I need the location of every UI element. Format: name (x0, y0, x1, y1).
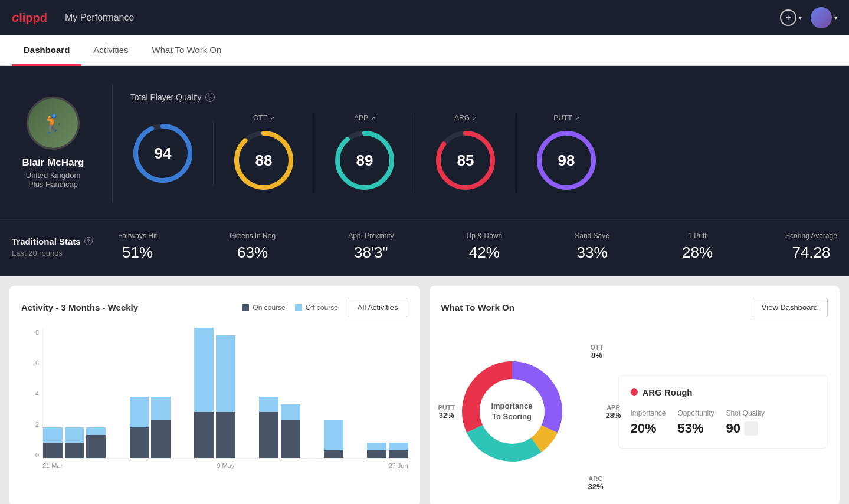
add-circle-icon: + (780, 9, 796, 26)
x-label-2: 9 May (217, 462, 234, 469)
logo: clippd (12, 10, 47, 25)
score-app: APP ↗ 89 (314, 114, 415, 193)
score-putt: PUTT ↗ 98 (516, 114, 617, 193)
bar-group-2 (65, 427, 84, 458)
gauge-total: 94 (130, 121, 195, 186)
bar-group-14 (324, 420, 343, 458)
donut-center-text: ImportanceTo Scoring (491, 401, 532, 422)
player-handicap: Plus Handicap (28, 180, 78, 189)
tab-dashboard[interactable]: Dashboard (12, 35, 81, 66)
score-app-value: 89 (356, 151, 373, 170)
stat-updown-label: Up & Down (467, 232, 503, 240)
bar-on-1 (43, 443, 63, 458)
hero-inner: 🏌️ Blair McHarg United Kingdom Plus Hand… (12, 84, 837, 202)
trad-stats-row: Fairways Hit 51% Greens In Reg 63% App. … (118, 232, 837, 262)
bar-on-3 (86, 435, 106, 458)
bar-group-12 (281, 404, 300, 458)
bar-off-6 (151, 397, 171, 420)
all-activities-button[interactable]: All Activities (348, 298, 408, 317)
bar-off-9 (216, 335, 235, 412)
shot-quality-badge (744, 421, 758, 436)
tab-what-to-work-on[interactable]: What To Work On (140, 35, 234, 66)
work-card-header: What To Work On View Dashboard (441, 298, 828, 317)
stat-scoring: Scoring Average 74.28 (785, 232, 837, 262)
gauge-putt: 98 (534, 128, 599, 193)
header: clippd My Performance + ▾ ▾ (0, 0, 849, 35)
bar-off-1 (43, 427, 63, 443)
avatar (811, 7, 832, 28)
main-content: Activity - 3 Months - Weekly On course O… (0, 276, 849, 504)
traditional-stats-section: Traditional Stats ? Last 20 rounds Fairw… (0, 219, 849, 276)
add-button[interactable]: + ▾ (780, 9, 802, 26)
bar-on-11 (259, 412, 278, 458)
stat-sand-save-value: 33% (577, 243, 608, 262)
add-chevron-icon: ▾ (799, 15, 802, 21)
work-card-title: What To Work On (441, 302, 514, 312)
bar-on-5 (130, 427, 149, 458)
trad-help-icon[interactable]: ? (84, 237, 93, 245)
importance-label: Importance (631, 409, 666, 417)
bar-group-3 (86, 427, 106, 458)
bar-chart-wrapper: 8 6 4 2 0 (21, 329, 408, 469)
activity-card: Activity - 3 Months - Weekly On course O… (9, 286, 420, 504)
tab-activities[interactable]: Activities (81, 35, 140, 66)
stat-sand-save-label: Sand Save (575, 232, 609, 240)
donut-chart-area: ImportanceTo Scoring OTT 8% APP 28% ARG … (441, 329, 607, 494)
view-dashboard-button[interactable]: View Dashboard (752, 298, 828, 317)
quality-help-icon[interactable]: ? (205, 93, 215, 102)
ott-label: OTT ↗ (253, 114, 274, 122)
x-label-1: 21 Mar (42, 462, 63, 469)
putt-label: PUTT ↗ (553, 114, 579, 122)
score-arg-value: 85 (457, 151, 474, 170)
highlight-dot-icon (631, 388, 638, 396)
stat-one-putt: 1 Putt 28% (682, 232, 713, 262)
ott-trend-icon: ↗ (270, 115, 274, 121)
what-to-work-on-card: What To Work On View Dashboard (430, 286, 840, 504)
activity-controls: On course Off course All Activities (242, 298, 408, 317)
stat-one-putt-value: 28% (682, 243, 713, 262)
app-donut-label: APP 28% (605, 404, 621, 420)
shot-quality-value: 90 (726, 421, 765, 436)
stat-scoring-value: 74.28 (792, 243, 830, 262)
arg-trend-icon: ↗ (472, 115, 477, 121)
opportunity-label: Opportunity (678, 409, 714, 417)
y-axis: 8 6 4 2 0 (21, 329, 39, 459)
gauge-ott: 88 (231, 128, 296, 193)
avatar-placeholder: 🏌️ (28, 98, 78, 148)
shot-quality-stat: Shot Quality 90 (726, 409, 765, 436)
activity-legend: On course Off course (242, 304, 338, 312)
highlight-title: ARG Rough (631, 387, 816, 397)
hero-divider (112, 84, 113, 202)
quality-label: Total Player Quality ? (130, 93, 837, 102)
bar-on-6 (151, 420, 171, 458)
stat-fairways-label: Fairways Hit (118, 232, 157, 240)
bar-off-8 (194, 328, 214, 412)
stat-app-prox: App. Proximity 38'3" (348, 232, 394, 262)
stat-greens-value: 63% (237, 243, 268, 262)
app-trend-icon: ↗ (371, 115, 375, 121)
nav-tabs: Dashboard Activities What To Work On (0, 35, 849, 66)
gauge-app: 89 (332, 128, 397, 193)
bar-off-16 (367, 443, 386, 450)
stat-sand-save: Sand Save 33% (575, 232, 609, 262)
score-ott-value: 88 (255, 151, 273, 170)
trad-sublabel: Last 20 rounds (12, 249, 94, 258)
bar-off-17 (389, 443, 408, 450)
user-menu[interactable]: ▾ (811, 7, 837, 28)
stat-updown-value: 42% (469, 243, 500, 262)
bar-group-6 (151, 397, 171, 458)
bar-chart-inner (42, 329, 408, 459)
bar-group-1 (43, 427, 63, 458)
highlight-stats: Importance 20% Opportunity 53% Shot Qual… (631, 409, 816, 436)
x-label-3: 27 Jun (388, 462, 408, 469)
stat-scoring-label: Scoring Average (785, 232, 837, 240)
hero-section: 🏌️ Blair McHarg United Kingdom Plus Hand… (0, 66, 849, 219)
work-inner: ImportanceTo Scoring OTT 8% APP 28% ARG … (441, 329, 828, 494)
profile-section: 🏌️ Blair McHarg United Kingdom Plus Hand… (12, 97, 94, 189)
on-course-icon (242, 304, 249, 311)
stat-fairways-value: 51% (122, 243, 153, 262)
bar-on-9 (216, 412, 235, 458)
stat-app-prox-label: App. Proximity (348, 232, 394, 240)
trad-label: Traditional Stats ? (12, 236, 94, 246)
bar-off-11 (259, 397, 278, 412)
